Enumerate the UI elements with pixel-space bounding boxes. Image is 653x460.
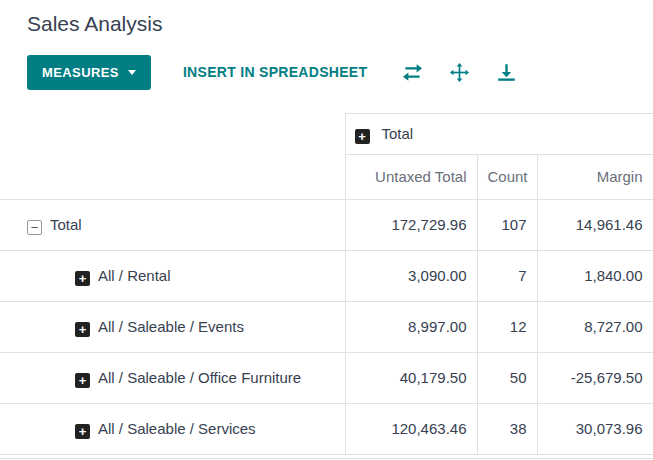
- table-row: +All / Rental3,090.0071,840.00: [0, 251, 653, 302]
- value-cell: 7: [477, 251, 537, 302]
- app: Sales Analysis MEASURES INSERT IN SPREAD…: [0, 10, 653, 459]
- expand-icon[interactable]: +: [75, 322, 90, 337]
- corner-cell: [0, 155, 345, 200]
- value-cell: 120,463.46: [345, 404, 477, 455]
- value-cell: 107: [477, 200, 537, 251]
- collapse-icon[interactable]: −: [27, 220, 42, 235]
- expand-all-icon[interactable]: [450, 63, 469, 82]
- page-title: Sales Analysis: [27, 10, 653, 38]
- download-icon[interactable]: [497, 63, 516, 82]
- table-row: +All / Saleable / Events8,997.00128,727.…: [0, 302, 653, 353]
- row-label: All / Rental: [98, 267, 171, 284]
- table-row: +All / Saleable / Services120,463.463830…: [0, 404, 653, 455]
- expand-icon[interactable]: +: [75, 424, 90, 439]
- corner-cell: [0, 114, 345, 155]
- flip-axis-icon[interactable]: [403, 63, 422, 82]
- value-cell: 12: [477, 302, 537, 353]
- row-header-cell[interactable]: +All / Saleable / Office Furniture: [0, 353, 345, 404]
- value-cell: 8,997.00: [345, 302, 477, 353]
- row-label: Total: [50, 216, 82, 233]
- value-cell: 8,727.00: [537, 302, 653, 353]
- measures-button[interactable]: MEASURES: [27, 55, 151, 90]
- row-label: All / Saleable / Office Furniture: [98, 369, 301, 386]
- measures-label: MEASURES: [42, 65, 119, 80]
- value-cell: 50: [477, 353, 537, 404]
- column-group-label: Total: [381, 125, 413, 142]
- toolbar: MEASURES INSERT IN SPREADSHEET: [27, 54, 653, 90]
- column-header-count[interactable]: Count: [477, 155, 537, 200]
- row-header-cell[interactable]: +All / Saleable / Services: [0, 404, 345, 455]
- value-cell: 172,729.96: [345, 200, 477, 251]
- table-row: −Total172,729.9610714,961.46: [0, 200, 653, 251]
- column-group-row: + Total: [0, 114, 653, 155]
- value-cell: 30,073.96: [537, 404, 653, 455]
- value-cell: 3,090.00: [345, 251, 477, 302]
- column-header-margin[interactable]: Margin: [537, 155, 653, 200]
- value-cell: 40,179.50: [345, 353, 477, 404]
- caret-down-icon: [128, 70, 136, 75]
- row-header-cell[interactable]: −Total: [0, 200, 345, 251]
- pivot-body: −Total172,729.9610714,961.46+All / Renta…: [0, 200, 653, 455]
- insert-in-spreadsheet-button[interactable]: INSERT IN SPREADSHEET: [183, 64, 367, 80]
- expand-icon[interactable]: +: [75, 373, 90, 388]
- table-bottom-border: [0, 458, 653, 459]
- column-group-header[interactable]: + Total: [345, 114, 653, 155]
- expand-icon[interactable]: +: [75, 271, 90, 286]
- row-header-cell[interactable]: +All / Rental: [0, 251, 345, 302]
- table-row: +All / Saleable / Office Furniture40,179…: [0, 353, 653, 404]
- row-header-cell[interactable]: +All / Saleable / Events: [0, 302, 345, 353]
- value-cell: -25,679.50: [537, 353, 653, 404]
- column-header-untaxed-total[interactable]: Untaxed Total: [345, 155, 477, 200]
- value-cell: 1,840.00: [537, 251, 653, 302]
- pivot-action-icons: [403, 63, 516, 82]
- expand-icon[interactable]: +: [355, 129, 370, 144]
- row-label: All / Saleable / Events: [98, 318, 244, 335]
- row-label: All / Saleable / Services: [98, 420, 256, 437]
- value-cell: 38: [477, 404, 537, 455]
- measures-row: Untaxed Total Count Margin: [0, 155, 653, 200]
- pivot-table: + Total Untaxed Total Count Margin −Tota…: [0, 113, 653, 455]
- value-cell: 14,961.46: [537, 200, 653, 251]
